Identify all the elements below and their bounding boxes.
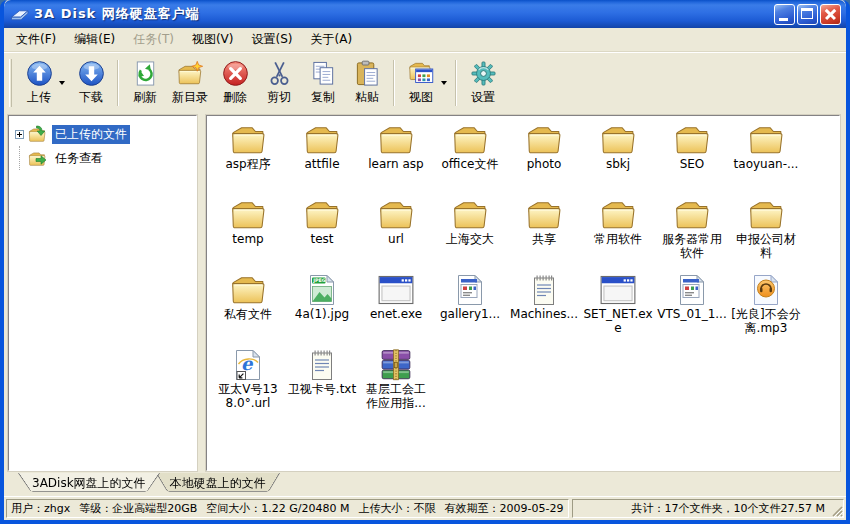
delete-button[interactable]: 删除 [213, 57, 257, 109]
menu-file[interactable]: 文件(F) [7, 28, 65, 51]
file-item[interactable]: [光良]不会分离.mp3 [729, 274, 803, 349]
file-list-panel: asp程序 attfile learn asp office文件 photo s… [206, 115, 840, 471]
folder-icon [600, 199, 636, 231]
file-item[interactable]: office文件 [433, 124, 507, 199]
folder-upload-icon [28, 125, 48, 143]
internet-shortcut-icon [230, 349, 266, 381]
folder-icon [304, 124, 340, 156]
paste-button[interactable]: 粘贴 [345, 57, 389, 109]
file-item[interactable]: Machines... [507, 274, 581, 349]
file-item[interactable]: 服务器常用软件 [655, 199, 729, 274]
file-item[interactable]: enet.exe [359, 274, 433, 349]
toolbar-separator [455, 60, 457, 106]
file-item[interactable]: VTS_01_1... [655, 274, 729, 349]
upload-button[interactable]: 上传 [17, 57, 69, 109]
settings-icon [470, 60, 497, 87]
menu-about[interactable]: 关于(A) [301, 28, 361, 51]
file-item[interactable]: gallery1... [433, 274, 507, 349]
tree-item-uploaded-files[interactable]: 已上传的文件 [11, 122, 194, 146]
menu-settings[interactable]: 设置(S) [243, 28, 302, 51]
maximize-icon [801, 8, 813, 19]
folder-task-icon [28, 149, 48, 167]
folder-icon [674, 124, 710, 156]
tree-item-label: 已上传的文件 [52, 125, 130, 144]
file-item[interactable]: 共享 [507, 199, 581, 274]
file-item[interactable]: test [285, 199, 359, 274]
file-item[interactable]: 亚太V号138.0°.url [211, 349, 285, 424]
settings-button[interactable]: 设置 [461, 57, 505, 109]
menu-task: 任务(T) [124, 28, 183, 51]
file-item[interactable]: 上海交大 [433, 199, 507, 274]
new-folder-button[interactable]: 新目录 [167, 57, 213, 109]
tree-item-task-view[interactable]: 任务查看 [11, 146, 194, 170]
file-item[interactable]: attfile [285, 124, 359, 199]
maximize-button[interactable] [797, 4, 818, 25]
rar-archive-icon [378, 349, 414, 381]
delete-icon [222, 60, 249, 87]
refresh-button[interactable]: 刷新 [123, 57, 167, 109]
status-space: 空间大小：1.22 G/20480 M [206, 501, 349, 516]
folder-icon [748, 199, 784, 231]
file-item[interactable]: 申报公司材料 [729, 199, 803, 274]
folder-icon [452, 199, 488, 231]
folder-icon [378, 199, 414, 231]
file-item[interactable]: photo [507, 124, 581, 199]
folder-icon [230, 199, 266, 231]
menu-edit[interactable]: 编辑(E) [65, 28, 124, 51]
upload-icon [26, 60, 53, 87]
cut-button[interactable]: 剪切 [257, 57, 301, 109]
file-item[interactable]: SEO [655, 124, 729, 199]
file-item[interactable]: taoyuan-... [729, 124, 803, 199]
panel-splitter[interactable] [197, 115, 206, 471]
upload-dropdown-arrow-icon[interactable] [59, 81, 65, 85]
file-item[interactable]: 卫视卡号.txt [285, 349, 359, 424]
folder-icon [230, 124, 266, 156]
folder-icon [748, 124, 784, 156]
file-item[interactable]: 基层工会工作应用指... [359, 349, 433, 424]
folder-icon [526, 124, 562, 156]
status-upload-limit: 上传大小：不限 [359, 501, 436, 516]
paste-icon [354, 60, 381, 87]
tree-guide-line [11, 146, 20, 170]
copy-button[interactable]: 复制 [301, 57, 345, 109]
application-icon [600, 274, 636, 306]
folder-icon [600, 124, 636, 156]
status-summary-panel: 共计：17个文件夹，10个文件27.57 M [572, 499, 844, 518]
download-button[interactable]: 下载 [69, 57, 113, 109]
menu-view[interactable]: 视图(V) [183, 28, 243, 51]
file-item[interactable]: 常用软件 [581, 199, 655, 274]
folder-icon [378, 124, 414, 156]
text-file-icon [526, 274, 562, 306]
file-item[interactable]: temp [211, 199, 285, 274]
close-icon [821, 5, 840, 24]
status-expiry: 有效期至：2009-05-29 [445, 501, 564, 516]
folder-icon [674, 199, 710, 231]
view-button[interactable]: 视图 [399, 57, 451, 109]
file-item[interactable]: SET_NET.exe [581, 274, 655, 349]
file-grid: asp程序 attfile learn asp office文件 photo s… [211, 124, 839, 424]
view-dropdown-arrow-icon[interactable] [441, 81, 447, 85]
folder-icon [230, 274, 266, 306]
tree-expander-plus-icon[interactable] [15, 130, 24, 139]
file-item[interactable]: 4a(1).jpg [285, 274, 359, 349]
toolbar-separator [117, 60, 119, 106]
folder-icon [452, 124, 488, 156]
tab-network-disk-files[interactable]: 3ADisk网盘上的文件 [18, 473, 160, 496]
file-item[interactable]: asp程序 [211, 124, 285, 199]
file-item[interactable]: sbkj [581, 124, 655, 199]
minimize-button[interactable] [774, 4, 795, 25]
file-item[interactable]: learn asp [359, 124, 433, 199]
resize-grip-icon[interactable] [830, 504, 843, 517]
close-button[interactable] [820, 4, 841, 25]
minimize-icon [779, 18, 788, 21]
tab-local-disk-files[interactable]: 本地硬盘上的文件 [156, 473, 280, 496]
file-item[interactable]: 私有文件 [211, 274, 285, 349]
cut-icon [266, 60, 293, 87]
folder-icon [526, 199, 562, 231]
new-folder-icon [177, 60, 204, 87]
file-item[interactable]: url [359, 199, 433, 274]
download-icon [78, 60, 105, 87]
html-file-icon [452, 274, 488, 306]
mp3-audio-icon [748, 274, 784, 306]
toolbar-grip[interactable] [9, 59, 12, 107]
